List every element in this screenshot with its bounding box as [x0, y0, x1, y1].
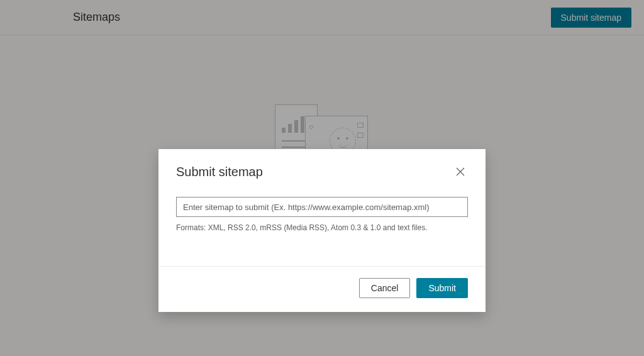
sitemap-url-input[interactable] — [176, 197, 468, 217]
cancel-button[interactable]: Cancel — [359, 278, 411, 298]
formats-hint: Formats: XML, RSS 2.0, mRSS (Media RSS),… — [176, 223, 468, 232]
modal-overlay[interactable]: Submit sitemap Formats: XML, RSS 2.0, mR… — [0, 0, 644, 356]
submit-button[interactable]: Submit — [416, 278, 468, 298]
modal-title: Submit sitemap — [176, 165, 263, 179]
modal-footer: Cancel Submit — [158, 266, 486, 312]
close-icon — [455, 167, 465, 177]
modal-header: Submit sitemap — [158, 149, 486, 186]
submit-sitemap-modal: Submit sitemap Formats: XML, RSS 2.0, mR… — [158, 149, 486, 312]
close-button[interactable] — [453, 164, 468, 179]
modal-body: Formats: XML, RSS 2.0, mRSS (Media RSS),… — [158, 186, 486, 247]
